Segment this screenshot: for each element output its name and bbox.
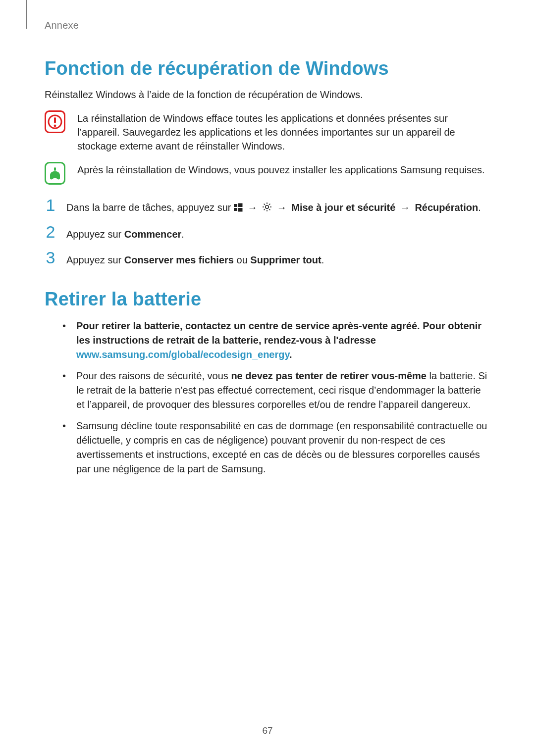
steps-list: 1 Dans la barre de tâches, appuyez sur → <box>45 197 490 267</box>
bullet-2-bold: ne devez pas tenter de retirer vous-même <box>231 370 427 381</box>
section1-lead: Réinstallez Windows à l’aide de la fonct… <box>45 88 490 101</box>
svg-rect-5 <box>54 167 56 171</box>
svg-rect-8 <box>234 208 237 211</box>
step-3-body: Appuyez sur Conserver mes fichiers ou Su… <box>66 253 324 267</box>
step-1-body: Dans la barre de tâches, appuyez sur → <box>66 201 481 215</box>
step-2-end: . <box>181 229 184 240</box>
bullet-1-bold: Pour retirer la batterie, contactez un c… <box>76 320 482 346</box>
windows-start-icon <box>234 202 243 215</box>
warning-icon <box>45 110 65 133</box>
svg-line-18 <box>269 204 270 205</box>
svg-rect-2 <box>54 117 56 123</box>
side-rule <box>26 0 27 29</box>
svg-point-10 <box>266 205 268 208</box>
bullet-2-a: Pour des raisons de sécurité, vous <box>76 370 231 381</box>
page-number: 67 <box>0 725 535 736</box>
svg-line-15 <box>264 204 265 205</box>
step-3-text-c: ou <box>234 254 250 265</box>
step-1-number: 1 <box>45 197 56 213</box>
section1-title: Fonction de récupération de Windows <box>45 58 490 79</box>
info-icon <box>45 162 65 185</box>
step-3-number: 3 <box>45 249 56 266</box>
step-2: 2 Appuyez sur Commencer. <box>45 223 490 241</box>
step-1-end: . <box>478 202 481 213</box>
step-2-number: 2 <box>45 223 56 240</box>
info-callout: Après la réinstallation de Windows, vous… <box>45 162 490 185</box>
bullet-1-end: . <box>289 349 292 360</box>
step-3-bold-1: Conserver mes fichiers <box>124 254 234 265</box>
svg-rect-9 <box>238 208 242 212</box>
bullet-3: Samsung décline toute responsabilité en … <box>62 419 490 476</box>
step-1-text-a: Dans la barre de tâches, appuyez sur <box>66 202 234 213</box>
step-2-body: Appuyez sur Commencer. <box>66 227 184 241</box>
bullet-1: Pour retirer la batterie, contactez un c… <box>62 319 490 362</box>
step-3: 3 Appuyez sur Conserver mes fichiers ou … <box>45 249 490 267</box>
svg-line-17 <box>264 209 265 210</box>
info-text: Après la réinstallation de Windows, vous… <box>77 162 485 177</box>
step-2-text-a: Appuyez sur <box>66 229 124 240</box>
step-3-text-a: Appuyez sur <box>66 254 124 265</box>
step-3-end: . <box>321 254 324 265</box>
svg-line-16 <box>269 209 270 210</box>
svg-rect-6 <box>234 204 237 207</box>
step-1: 1 Dans la barre de tâches, appuyez sur → <box>45 197 490 215</box>
arrow-1: → <box>248 202 261 213</box>
svg-point-3 <box>54 125 56 127</box>
battery-bullets: Pour retirer la batterie, contactez un c… <box>62 319 490 476</box>
arrow-3: → <box>400 202 413 213</box>
step-3-bold-2: Supprimer tout <box>250 254 321 265</box>
arrow-2: → <box>277 202 290 213</box>
ecodesign-link[interactable]: www.samsung.com/global/ecodesign_energy <box>76 349 289 360</box>
step-1-bold-1: Mise à jour et sécurité <box>291 202 395 213</box>
step-1-bold-2: Récupération <box>415 202 478 213</box>
svg-rect-7 <box>238 203 242 207</box>
section2-title: Retirer la batterie <box>45 289 490 310</box>
step-2-bold: Commencer <box>124 229 182 240</box>
settings-gear-icon <box>262 202 272 215</box>
breadcrumb: Annexe <box>45 20 490 31</box>
warning-callout: La réinstallation de Windows efface tout… <box>45 110 490 153</box>
warning-text: La réinstallation de Windows efface tout… <box>77 110 490 153</box>
bullet-2: Pour des raisons de sécurité, vous ne de… <box>62 369 490 412</box>
